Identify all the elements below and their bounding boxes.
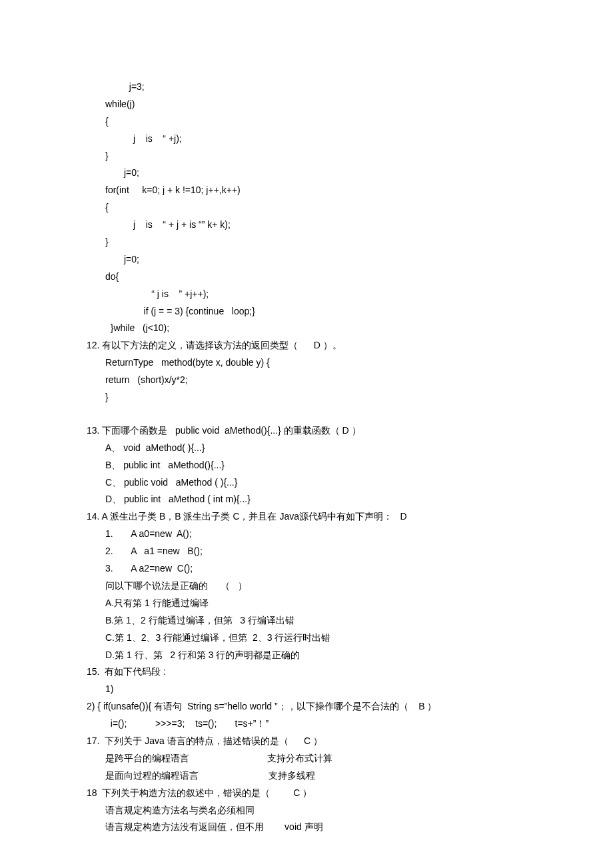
text-line: }while (j<10); bbox=[87, 320, 526, 337]
text-line: 14. A 派生出子类 B，B 派生出子类 C，并且在 Java源代码中有如下声… bbox=[87, 508, 526, 526]
text-line: j=0; bbox=[87, 165, 526, 182]
text-line: j=0; bbox=[87, 251, 526, 268]
text-line: 12. 有以下方法的定义，请选择该方法的返回类型（ D ）。 bbox=[87, 337, 526, 354]
text-line: j=3; bbox=[87, 79, 526, 96]
text-line: “ j is ” +j++); bbox=[87, 286, 526, 303]
text-line: C、 public void aMethod ( ){...} bbox=[87, 474, 526, 492]
text-line: j is “ +j); bbox=[87, 131, 526, 148]
text-line: 是面向过程的编程语言 支持多线程 bbox=[87, 767, 526, 785]
text-line: A.只有第 1 行能通过编译 bbox=[87, 595, 526, 612]
text-line: { bbox=[87, 113, 526, 131]
text-line: 17. 下列关于 Java 语言的特点，描述错误的是（ C ） bbox=[87, 733, 526, 750]
document-body: j=3;while(j){j is “ +j);}j=0;for(int k=0… bbox=[87, 79, 526, 836]
text-line: 语言规定构造方法名与类名必须相同 bbox=[87, 802, 526, 819]
text-line: do{ bbox=[87, 268, 526, 286]
text-line: { bbox=[87, 199, 526, 217]
text-line: D.第 1 行、第 2 行和第 3 行的声明都是正确的 bbox=[87, 647, 526, 664]
text-line bbox=[87, 406, 526, 422]
text-line: 13. 下面哪个函数是 public void aMethod(){...} 的… bbox=[87, 422, 526, 440]
text-line: j is “ + j + is “” k+ k); bbox=[87, 217, 526, 234]
text-line: A、 void aMethod( ){...} bbox=[87, 440, 526, 457]
text-line: 2. A a1 =new B(); bbox=[87, 543, 526, 560]
text-line: 15. 有如下代码段 : bbox=[87, 663, 526, 681]
text-line: B.第 1、2 行能通过编译，但第 3 行编译出错 bbox=[87, 612, 526, 630]
text-line: 是跨平台的编程语言 支持分布式计算 bbox=[87, 750, 526, 767]
text-line: } bbox=[87, 148, 526, 165]
text-line: i=(); >>>=3; ts=(); t=s+”！” bbox=[87, 715, 526, 733]
text-line: D、 public int aMethod ( int m){...} bbox=[87, 491, 526, 508]
text-line: ReturnType method(byte x, double y) { bbox=[87, 354, 526, 372]
text-line: B、 public int aMethod(){...} bbox=[87, 457, 526, 474]
text-line: } bbox=[87, 389, 526, 406]
text-line: 2) { if(unsafe()){ 有语句 String s=”hello w… bbox=[87, 698, 526, 715]
text-line: return (short)x/y*2; bbox=[87, 372, 526, 389]
text-line: } bbox=[87, 234, 526, 251]
text-line: 1. A a0=new A(); bbox=[87, 526, 526, 543]
text-line: for(int k=0; j + k !=10; j++,k++) bbox=[87, 182, 526, 199]
text-line: 语言规定构造方法没有返回值，但不用 void 声明 bbox=[87, 819, 526, 836]
text-line: 18 下列关于构造方法的叙述中，错误的是（ C ） bbox=[87, 785, 526, 802]
text-line: if (j = = 3) {continue loop;} bbox=[87, 303, 526, 320]
text-line: C.第 1、2、3 行能通过编译，但第 2、3 行运行时出错 bbox=[87, 630, 526, 647]
text-line: while(j) bbox=[87, 96, 526, 113]
text-line: 3. A a2=new C(); bbox=[87, 560, 526, 578]
text-line: 问以下哪个说法是正确的 （ ） bbox=[87, 578, 526, 595]
text-line: 1) bbox=[87, 681, 526, 698]
